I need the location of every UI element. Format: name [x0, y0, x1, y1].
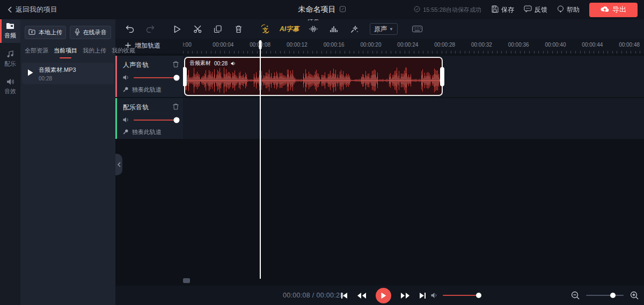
- ai-subtitle-label: AI字幕: [280, 25, 299, 34]
- equalizer-button[interactable]: [326, 21, 342, 37]
- preview-play-button[interactable]: [169, 21, 185, 37]
- clip-waveform: [185, 67, 441, 94]
- solo-track-button[interactable]: 独奏此轨道: [123, 128, 179, 136]
- music-note-icon: [6, 50, 14, 58]
- ai-subtitle-button[interactable]: AI字幕: [277, 21, 301, 37]
- tab-current-project[interactable]: 当前项目: [54, 47, 77, 58]
- voice-select-dropdown[interactable]: 原声 ▼: [370, 23, 398, 35]
- nav-item-sfx[interactable]: 音效: [0, 75, 20, 99]
- autosave-status: 15:55:28自动保存成功: [414, 6, 481, 14]
- delete-track-icon[interactable]: [173, 61, 179, 69]
- ruler-label: 00:00:04: [213, 42, 233, 48]
- clip-trim-handle-right[interactable]: [440, 67, 444, 86]
- cut-button[interactable]: [189, 21, 206, 37]
- microphone-icon: [75, 28, 80, 36]
- copy-button[interactable]: [210, 21, 226, 37]
- shortcuts-keyboard-button[interactable]: [409, 21, 426, 37]
- feedback-icon: [524, 5, 532, 14]
- help-button[interactable]: 帮助: [557, 5, 580, 14]
- audio-clip[interactable]: 音频素材 00:28: [184, 57, 443, 96]
- volume-icon: [123, 117, 129, 123]
- tab-all-resources[interactable]: 全部资源: [25, 47, 48, 58]
- undo-button[interactable]: [122, 21, 138, 37]
- nav-item-audio[interactable]: 音频: [0, 19, 20, 43]
- master-volume-knob[interactable]: [476, 293, 481, 298]
- delete-button[interactable]: [230, 21, 246, 37]
- svg-text:文: 文: [262, 27, 268, 33]
- rewind-button[interactable]: [357, 292, 367, 299]
- timeline-ruler[interactable]: 增加轨道 0:0000:00:0400:00:0800:00:1200:00:1…: [115, 39, 644, 54]
- effects-wand-button[interactable]: [346, 21, 362, 37]
- play-button[interactable]: [376, 288, 391, 303]
- editor-pane: 文 AI字幕 降噪 原声 ▼: [115, 19, 644, 305]
- tab-my-uploads[interactable]: 我的上传: [83, 47, 106, 58]
- vocal-track-lane[interactable]: 音频素材 00:28: [183, 56, 644, 97]
- nav-label: 音频: [4, 32, 16, 40]
- fast-forward-button[interactable]: [400, 292, 410, 299]
- ruler-label: 0:00: [183, 42, 192, 48]
- vocal-track-header: 人声音轨 独奏此轨道: [115, 56, 183, 97]
- delete-track-icon[interactable]: [173, 103, 179, 111]
- volume-knob[interactable]: [174, 75, 180, 80]
- tab-my-favorites[interactable]: 我的收藏: [112, 47, 135, 58]
- audio-file-item[interactable]: 音频素材.MP3 00:28: [22, 63, 114, 84]
- help-icon: [557, 5, 564, 14]
- horizontal-scrollbar-thumb[interactable]: [183, 278, 190, 283]
- local-upload-button[interactable]: 本地上传: [25, 26, 66, 39]
- skip-to-end-button[interactable]: [419, 292, 426, 299]
- zoom-in-icon[interactable]: [630, 291, 639, 300]
- master-volume-slider[interactable]: [443, 295, 480, 296]
- audio-editor-app: 返回我的项目 未命名项目 15:55:28自动保存成功 保存: [0, 0, 644, 305]
- solo-track-button[interactable]: 独奏此轨道: [123, 86, 179, 94]
- resource-actions: 本地上传 在线录音: [20, 19, 115, 39]
- save-button[interactable]: 保存: [491, 5, 514, 14]
- nav-label: 音效: [4, 87, 16, 95]
- ruler-label: 00:00:44: [582, 42, 603, 48]
- ruler-label: 00:00:12: [287, 42, 308, 48]
- feedback-button[interactable]: 反馈: [524, 5, 547, 14]
- ruler-label: 00:00:28: [434, 42, 455, 48]
- topbar-actions: 15:55:28自动保存成功 保存 反馈 帮助: [414, 3, 638, 17]
- redo-button[interactable]: [142, 21, 158, 37]
- export-cloud-icon: [601, 6, 609, 14]
- track-volume-slider[interactable]: [134, 77, 177, 78]
- export-button[interactable]: 导出: [589, 3, 638, 17]
- music-track-lane[interactable]: [183, 98, 644, 139]
- project-title: 未命名项目: [298, 5, 336, 14]
- nav-item-music[interactable]: 配乐: [0, 47, 20, 71]
- project-title-wrap: 未命名项目: [298, 5, 346, 14]
- text-to-speech-button[interactable]: 文: [257, 21, 273, 37]
- play-file-icon[interactable]: [27, 69, 33, 78]
- skip-to-start-button[interactable]: [341, 292, 348, 299]
- back-to-projects-button[interactable]: 返回我的项目: [0, 5, 57, 14]
- zoom-slider[interactable]: [586, 295, 624, 296]
- zoom-out-icon[interactable]: [571, 291, 580, 300]
- chevron-down-icon: ▼: [389, 27, 393, 32]
- ruler-label: 00:00:36: [508, 42, 529, 48]
- back-label: 返回我的项目: [16, 5, 57, 14]
- export-label: 导出: [612, 5, 626, 14]
- solo-track-label: 独奏此轨道: [132, 86, 162, 94]
- ruler-label: 00:00:40: [545, 42, 566, 48]
- nav-label: 配乐: [4, 60, 16, 68]
- volume-knob[interactable]: [174, 117, 180, 123]
- rename-icon[interactable]: [340, 5, 346, 14]
- topbar: 返回我的项目 未命名项目 15:55:28自动保存成功 保存: [0, 0, 644, 19]
- feedback-label: 反馈: [535, 5, 547, 14]
- clip-trim-handle-left[interactable]: [182, 67, 187, 86]
- track-header-column: 人声音轨 独奏此轨道 配乐音轨: [115, 56, 183, 139]
- zoom-knob[interactable]: [610, 293, 616, 298]
- denoise-button[interactable]: 降噪: [305, 21, 321, 37]
- online-record-label: 在线录音: [83, 28, 107, 36]
- timeline-zoom: [571, 286, 639, 305]
- track-volume-slider[interactable]: [134, 120, 177, 121]
- panel-collapse-handle[interactable]: [115, 154, 122, 175]
- left-nav: 音频 配乐 音效: [0, 19, 20, 305]
- track-volume-row: [123, 75, 179, 80]
- online-record-button[interactable]: 在线录音: [70, 26, 111, 39]
- clip-name: 音频素材: [189, 59, 211, 67]
- ruler-label: 00:00:16: [324, 42, 345, 48]
- master-volume: [431, 286, 480, 305]
- ruler-label: 00:00:24: [397, 42, 418, 48]
- ruler-ticks: [183, 51, 644, 54]
